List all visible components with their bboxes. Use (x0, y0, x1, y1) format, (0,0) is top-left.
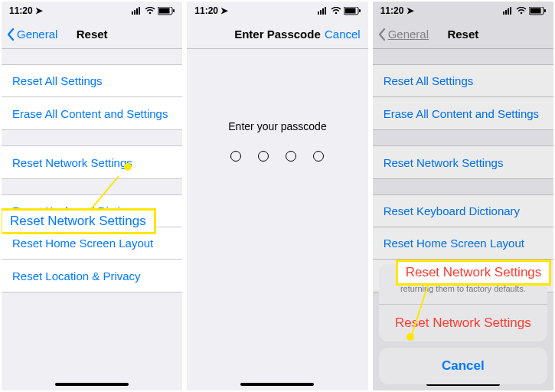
page-title: Enter Passcode (234, 28, 321, 41)
status-icons (132, 7, 175, 15)
back-button[interactable]: General (6, 28, 57, 41)
svg-rect-18 (508, 8, 509, 15)
group-2: Reset Network Settings (2, 145, 182, 179)
group-1: Reset All Settings Erase All Content and… (373, 64, 553, 130)
page-title: Reset (447, 28, 478, 41)
nav-bar: General Reset (2, 20, 182, 49)
svg-rect-23 (544, 9, 546, 12)
callout-dot (124, 163, 132, 171)
row-erase-all-content[interactable]: Erase All Content and Settings (2, 97, 182, 129)
passcode-dot (313, 151, 324, 162)
svg-rect-6 (159, 8, 170, 13)
screen-reset-settings: 11:20 ➤ General Reset Reset All Settings… (2, 2, 182, 390)
nav-bar: General Reset (373, 20, 553, 49)
home-indicator[interactable] (55, 383, 129, 386)
svg-rect-16 (503, 11, 504, 15)
svg-rect-3 (139, 7, 140, 15)
battery-icon (158, 7, 175, 15)
wifi-icon (516, 7, 527, 15)
status-bar: 11:20 ➤ (2, 2, 182, 20)
back-button: General (377, 28, 429, 41)
row-reset-network-settings: Reset Network Settings (373, 146, 553, 178)
callout-reset-network-settings: Reset Network Settings (396, 260, 552, 286)
svg-rect-22 (530, 8, 540, 13)
status-time: 11:20 ➤ (380, 5, 414, 16)
passcode-dot (286, 151, 296, 162)
status-icons (318, 7, 361, 15)
svg-point-4 (149, 12, 152, 15)
passcode-dot (230, 151, 241, 162)
screen-enter-passcode: 11:20 ➤ Enter Passcode Cancel Enter your… (187, 2, 367, 390)
chevron-left-icon (377, 28, 387, 41)
row-reset-keyboard-dictionary: Reset Keyboard Dictionary (373, 195, 553, 227)
svg-point-20 (521, 12, 523, 15)
content: Reset All Settings Erase All Content and… (373, 49, 553, 390)
status-time: 11:20 ➤ (194, 5, 228, 16)
passcode-dot (258, 151, 269, 162)
status-bar: 11:20 ➤ (187, 2, 367, 20)
svg-rect-10 (322, 8, 324, 15)
cancel-button[interactable]: Cancel (325, 28, 361, 41)
svg-rect-1 (134, 10, 135, 15)
status-icons (503, 7, 546, 15)
nav-bar: Enter Passcode Cancel (187, 20, 367, 49)
page-title: Reset (77, 28, 108, 41)
svg-rect-17 (505, 10, 507, 15)
svg-rect-2 (136, 8, 138, 15)
group-1: Reset All Settings Erase All Content and… (2, 64, 182, 130)
passcode-dots[interactable] (230, 151, 324, 162)
svg-rect-7 (173, 9, 175, 12)
wifi-icon (331, 7, 341, 15)
row-reset-network-settings[interactable]: Reset Network Settings (2, 146, 182, 178)
wifi-icon (145, 7, 155, 15)
svg-rect-8 (318, 11, 319, 15)
action-reset-network-settings[interactable]: Reset Network Settings (379, 305, 547, 341)
content: Enter your passcode (187, 49, 367, 390)
callout-dot (406, 333, 414, 341)
battery-icon (344, 7, 361, 15)
home-indicator[interactable] (240, 383, 314, 386)
action-cancel[interactable]: Cancel (379, 348, 547, 384)
callout-reset-network-settings: Reset Network Settings (2, 208, 156, 234)
back-label: General (388, 28, 429, 41)
status-bar: 11:20 ➤ (373, 2, 553, 20)
row-reset-all-settings[interactable]: Reset All Settings (2, 65, 182, 97)
svg-rect-11 (325, 7, 326, 15)
chevron-left-icon (6, 28, 15, 41)
row-erase-all-content: Erase All Content and Settings (373, 97, 553, 129)
signal-icon (132, 7, 142, 15)
row-reset-home-screen-layout: Reset Home Screen Layout (373, 227, 553, 260)
back-label: General (17, 28, 57, 41)
group-2: Reset Network Settings (373, 145, 553, 179)
battery-icon (529, 7, 546, 15)
row-reset-all-settings: Reset All Settings (373, 65, 553, 97)
passcode-prompt: Enter your passcode (228, 120, 326, 132)
svg-rect-0 (132, 11, 133, 15)
signal-icon (503, 7, 514, 15)
row-reset-location-privacy[interactable]: Reset Location & Privacy (2, 260, 182, 292)
svg-rect-19 (510, 7, 511, 15)
signal-icon (318, 7, 328, 15)
passcode-area: Enter your passcode (187, 87, 367, 194)
status-time: 11:20 ➤ (9, 5, 43, 16)
svg-point-12 (335, 12, 337, 15)
screen-reset-confirm: 11:20 ➤ General Reset Reset All Settings… (373, 2, 553, 390)
svg-rect-9 (320, 10, 322, 15)
svg-rect-14 (344, 8, 355, 13)
svg-rect-15 (359, 9, 361, 12)
